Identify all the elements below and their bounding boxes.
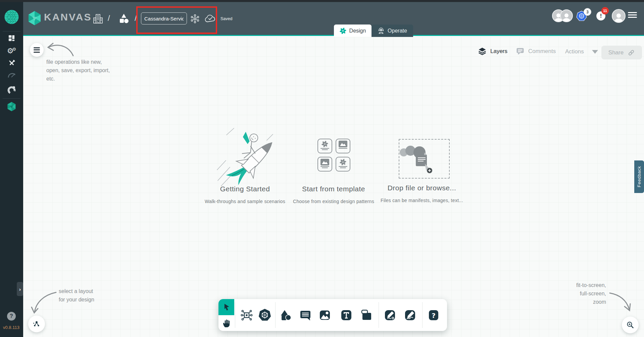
tab-design[interactable]: Design	[334, 25, 371, 37]
sidebar-item-toolkit[interactable]	[0, 57, 23, 69]
section-title-drop-file[interactable]: Drop file or browse...	[385, 184, 459, 192]
comments-icon	[516, 47, 525, 55]
question-mark-icon: ?	[427, 308, 440, 322]
user-avatar[interactable]	[612, 9, 626, 23]
share-button[interactable]: Share	[601, 46, 642, 59]
zoom-button[interactable]	[622, 317, 639, 333]
template-card[interactable]	[336, 139, 350, 153]
select-tool[interactable]	[218, 299, 234, 315]
organization-icon[interactable]	[92, 13, 104, 25]
design-pinwheel-icon	[340, 28, 346, 34]
shapes-tool[interactable]	[278, 308, 293, 323]
link-icon	[628, 49, 635, 56]
layers-button[interactable]: Layers	[478, 47, 507, 55]
toolbar-divider	[235, 302, 235, 328]
comments-label: Comments	[528, 48, 556, 55]
design-pinwheel-icon	[321, 141, 328, 147]
menu-icon	[34, 47, 40, 53]
comment-icon	[299, 308, 312, 322]
help-tool[interactable]: ?	[426, 308, 441, 323]
operate-headset-icon	[378, 27, 385, 34]
sidebar-divider	[3, 98, 20, 99]
annotation-layout: select a layout for your design	[59, 287, 94, 304]
sidebar-item-extensions[interactable]	[0, 84, 23, 96]
comments-button[interactable]: Comments	[516, 47, 556, 55]
template-card[interactable]	[317, 157, 332, 172]
cursor-icon	[222, 303, 231, 311]
image-tool[interactable]	[317, 308, 332, 323]
section-title-getting-started[interactable]: Getting Started	[208, 185, 282, 193]
text-tool[interactable]	[339, 308, 354, 323]
dashboard-icon	[8, 34, 15, 42]
actions-dropdown[interactable]: Actions	[565, 48, 598, 55]
note-tool[interactable]	[359, 308, 374, 323]
annotation-zoom: fit-to-screen, full-screen, zoom	[539, 281, 606, 306]
template-card[interactable]	[336, 157, 350, 172]
component-tool[interactable]	[239, 308, 254, 323]
breadcrumb-separator: /	[108, 13, 110, 23]
layer5-logo-icon[interactable]	[4, 9, 19, 25]
kubernetes-icon	[258, 308, 272, 322]
sidebar-item-kanvas[interactable]	[0, 100, 23, 113]
kanvas-app: { "app": { "brand": "KANVAS", "version":…	[0, 0, 644, 337]
design-pinwheel-icon	[340, 159, 346, 165]
highlight-box	[136, 6, 217, 34]
toolbar-divider	[422, 302, 423, 328]
sidebar-item-performance[interactable]	[0, 69, 23, 82]
layers-label: Layers	[490, 48, 507, 55]
image-icon	[320, 159, 329, 165]
text-icon	[340, 308, 353, 322]
left-sidebar: ⚙ ⚙	[0, 2, 23, 337]
tools-toolbar: ?	[218, 299, 447, 331]
tab-operate[interactable]: Operate	[371, 25, 413, 37]
kanvas-icon	[7, 102, 16, 111]
toolbar-divider	[379, 302, 379, 328]
pan-tool[interactable]	[218, 315, 234, 331]
sketch-tool[interactable]	[403, 308, 417, 323]
drop-file-zone[interactable]	[399, 139, 450, 179]
save-status: Saved	[220, 16, 232, 21]
share-label: Share	[608, 49, 624, 56]
image-icon	[339, 141, 347, 147]
pen-icon	[383, 308, 397, 322]
note-icon	[360, 308, 373, 322]
feedback-tab[interactable]: Feedback	[634, 160, 644, 193]
getting-started-illustration[interactable]	[216, 128, 275, 190]
drop-file-illustration	[399, 140, 449, 178]
sidebar-item-settings[interactable]: ⚙ ⚙	[0, 45, 23, 57]
kubernetes-context-badge: 3	[584, 8, 591, 16]
sketch-pencil-icon	[403, 308, 417, 322]
file-menu-button[interactable]	[30, 43, 44, 57]
section-subtitle-drop-file: Files can be manifests, images, text...	[377, 198, 467, 203]
zoom-in-icon	[626, 321, 634, 329]
sidebar-item-dashboard[interactable]	[0, 32, 23, 44]
section-subtitle-template: Choose from existing design patterns	[288, 199, 379, 204]
tab-design-label: Design	[349, 28, 366, 34]
settings-gear-small-icon: ⚙	[12, 47, 16, 51]
graph-layout-icon	[33, 320, 40, 328]
comment-tool[interactable]	[298, 308, 313, 323]
workspace-icon[interactable]	[118, 13, 129, 25]
svg-text:?: ?	[432, 311, 436, 320]
section-title-template[interactable]: Start from template	[297, 185, 370, 193]
sidebar-expand-button[interactable]: ›	[17, 282, 23, 296]
app-header: KANVAS / /	[23, 2, 644, 36]
pen-tool[interactable]	[383, 308, 397, 323]
collaborator-avatar[interactable]	[560, 9, 573, 22]
image-icon	[318, 308, 332, 322]
template-card[interactable]	[317, 139, 332, 153]
feedback-label: Feedback	[637, 166, 642, 187]
app-version: v0.8.113	[3, 325, 19, 330]
tab-operate-label: Operate	[388, 28, 407, 34]
kanvas-logo-icon[interactable]	[28, 11, 41, 26]
caret-down-icon	[592, 50, 598, 54]
template-cards[interactable]	[317, 139, 350, 172]
kubernetes-tool[interactable]	[257, 308, 272, 323]
help-button[interactable]: ?	[7, 312, 16, 321]
hamburger-menu-icon[interactable]	[628, 12, 637, 18]
layers-icon	[478, 47, 487, 55]
hand-icon	[222, 319, 231, 328]
annotation-file-operations: file operations like new, open, save, ex…	[46, 58, 110, 83]
brand-text: KANVAS	[44, 11, 92, 23]
layout-select-button[interactable]	[28, 316, 45, 332]
